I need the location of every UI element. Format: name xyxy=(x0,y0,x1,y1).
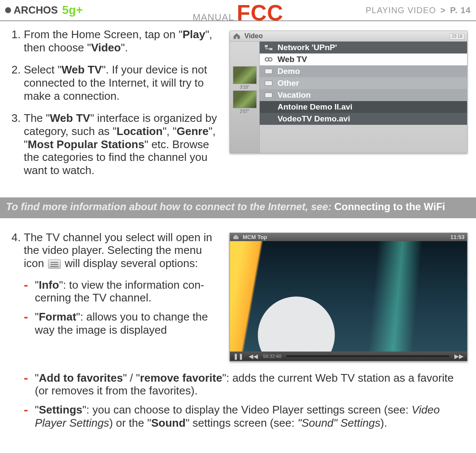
option-set-b2: Sound xyxy=(151,416,186,429)
step-2-pre: Select " xyxy=(24,63,62,76)
option-info: "Info": to view the information con­cern… xyxy=(24,279,222,304)
step-1-post: ". xyxy=(121,41,128,54)
dev-row-file-1-label: Antoine Demo II.avi xyxy=(278,102,352,112)
step-3-popular: Most Popular Stations xyxy=(28,138,144,151)
file-icon xyxy=(264,104,273,110)
brand-text: ARCHOS xyxy=(14,4,58,16)
dev-row-other-label: Other xyxy=(278,79,299,88)
folder-icon xyxy=(264,92,273,98)
step-1: From the Home Screen, tap on "Play", the… xyxy=(24,28,222,54)
option-set-i2: "Sound" Settings xyxy=(298,416,380,429)
option-favorites: "Add to favorites" / "remove favorite": … xyxy=(24,371,468,397)
step-1-video: Video xyxy=(91,41,121,54)
thumb-2-dur: 2'07" xyxy=(240,109,249,114)
dev-row-network-label: Network 'UPnP' xyxy=(278,43,337,52)
folder-icon xyxy=(264,80,273,87)
step-1-play: Play xyxy=(182,28,205,41)
player-clock: 11:53 xyxy=(450,234,465,240)
option-fav-b2: remove favorite xyxy=(140,371,222,384)
option-set-t4: ). xyxy=(380,416,387,429)
forward-icon: ▶▶ xyxy=(454,353,464,360)
step-3-genre: Genre xyxy=(177,125,209,138)
player-title: MCM Top xyxy=(243,234,267,240)
dev-row-demo: Demo xyxy=(260,65,467,77)
dev-row-webtv-label: Web TV xyxy=(278,55,307,64)
player-titlebar: MCM Top 11:53 xyxy=(230,233,467,241)
dev-thumb-column: 3'18" 2'07" xyxy=(230,42,260,153)
step-4-list: The TV channel you select will open in t… xyxy=(8,231,222,270)
folder-icon xyxy=(264,68,273,75)
thumb-1-dur: 3'18" xyxy=(240,85,249,90)
device-screenshot-2: MCM Top 11:53 ❚❚ ◀◀ 58:32:40 ▶▶ xyxy=(230,233,468,361)
dev-row-vacation-label: Vacation xyxy=(278,90,311,100)
home-icon xyxy=(232,234,239,240)
svg-rect-0 xyxy=(265,45,268,47)
option-set-t1: : you can choose to display the Video Pl… xyxy=(86,403,412,416)
thumb-1 xyxy=(233,66,257,84)
option-info-t: : to view the information con­cerning th… xyxy=(35,279,204,304)
manual-label: MANUAL xyxy=(193,12,234,23)
step-4-post: will display several options: xyxy=(62,257,198,270)
dev-row-demo-label: Demo xyxy=(278,67,300,76)
brand-logo: ARCHOS xyxy=(5,4,58,16)
network-icon xyxy=(264,44,273,51)
dev-row-file-1: Antoine Demo II.avi xyxy=(260,101,467,113)
info-callout: To find more information about how to co… xyxy=(0,197,476,218)
page-header: ARCHOS 5g+ MANUAL FCC PLAYING VIDEO > P.… xyxy=(0,0,476,20)
step-3-m2: ", " xyxy=(163,125,177,138)
dev-row-network: Network 'UPnP' xyxy=(260,42,467,53)
disc-icon xyxy=(5,7,11,13)
breadcrumb-section: PLAYING VIDEO xyxy=(366,6,436,15)
options-list-bottom: "Add to favorites" / "remove favorite": … xyxy=(8,371,468,430)
callout-link: Connecting to the WiFi xyxy=(334,201,445,212)
svg-point-3 xyxy=(269,58,272,61)
dev-row-webtv: Web TV xyxy=(260,53,467,65)
svg-rect-1 xyxy=(269,48,272,50)
option-info-b: Info xyxy=(39,279,59,291)
steps-list: From the Home Screen, tap on "Play", the… xyxy=(8,28,222,186)
player-timecode: 58:32:40 xyxy=(263,354,281,359)
file-icon xyxy=(264,115,273,122)
breadcrumb: PLAYING VIDEO > P. 14 xyxy=(366,6,471,15)
thumb-2 xyxy=(233,90,257,108)
rewind-icon: ◀◀ xyxy=(249,353,258,360)
link-icon xyxy=(264,56,273,63)
step-3-location: Location xyxy=(116,125,162,138)
device-screenshot-1: Video 23 18 3'18" 2'07" Network 'UPnP' xyxy=(230,31,468,153)
home-icon xyxy=(232,32,241,40)
option-set-t3: " settings screen (see: xyxy=(186,416,298,429)
step-1-text: From the Home Screen, tap on " xyxy=(24,28,182,41)
step-3-pre: The " xyxy=(24,112,50,124)
option-set-b: Settings xyxy=(39,403,82,416)
dev-row-file-2-label: VodeoTV Demo.avi xyxy=(278,114,350,124)
options-list-top: "Info": to view the information con­cern… xyxy=(8,279,222,337)
step-3-webtv: Web TV xyxy=(50,112,90,124)
breadcrumb-sep: > xyxy=(440,6,446,15)
dev-list: Network 'UPnP' Web TV Demo Other xyxy=(260,42,467,153)
step-2-webtv: Web TV xyxy=(62,63,102,76)
pause-icon: ❚❚ xyxy=(233,353,244,360)
step-3: The "Web TV" interface is organized by c… xyxy=(24,112,222,177)
dev-row-vacation: Vacation xyxy=(260,89,467,101)
player-controls: ❚❚ ◀◀ 58:32:40 ▶▶ xyxy=(230,352,467,361)
option-fav-b1: Add to favorites xyxy=(39,371,123,384)
dev-title: Video xyxy=(244,32,263,40)
dev-titlebar: Video 23 18 xyxy=(230,31,467,42)
dev-row-other: Other xyxy=(260,77,467,89)
center-title: MANUAL FCC xyxy=(193,0,283,25)
option-fav-mid: " / " xyxy=(123,371,140,384)
option-format: "Format": allows you to change the way t… xyxy=(24,310,222,336)
fcc-label: FCC xyxy=(237,0,283,25)
player-video-frame xyxy=(230,241,467,352)
device-model: 5g+ xyxy=(62,3,83,17)
callout-lead: To find more information about how to co… xyxy=(6,201,334,212)
step-2: Select "Web TV". If your device is not c… xyxy=(24,63,222,102)
dev-status: 23 18 xyxy=(450,33,465,39)
breadcrumb-page: P. 14 xyxy=(450,6,471,15)
progress-bar xyxy=(286,355,449,357)
svg-point-2 xyxy=(265,58,269,61)
option-settings: "Settings": you can choose to display th… xyxy=(24,403,468,429)
dev-row-file-2: VodeoTV Demo.avi xyxy=(260,113,467,125)
step-4: The TV channel you select will open in t… xyxy=(24,231,222,270)
menu-icon xyxy=(48,259,61,269)
